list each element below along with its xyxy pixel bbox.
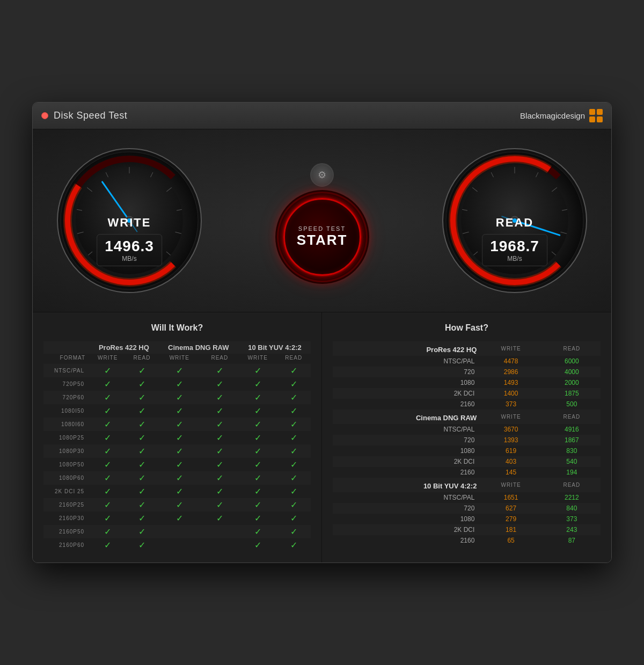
check-cell: ✓ — [126, 511, 158, 525]
check-cell: ✓ — [90, 525, 126, 538]
list-item: 2160 65 87 — [333, 535, 601, 546]
write-gauge-center: WRITE 1496.3 MB/s — [97, 216, 162, 266]
table-row: 2K DCI 25✓✓✓✓✓✓ — [43, 485, 311, 498]
check-cell: ✓ — [201, 498, 239, 511]
write-value: 1496.3 — [105, 238, 154, 255]
check-cell: ✓ — [239, 391, 277, 404]
check-icon: ✓ — [216, 460, 223, 469]
read-value: 540 — [543, 456, 601, 467]
col-yuv: 10 Bit YUV 4:2:2 — [239, 341, 311, 354]
write-value: 181 — [479, 524, 543, 535]
title-bar: Disk Speed Test Blackmagicdesign — [33, 103, 611, 129]
table-row: 1080i60✓✓✓✓✓✓ — [43, 418, 311, 431]
check-cell: ✓ — [158, 431, 201, 444]
check-cell: ✓ — [158, 458, 201, 471]
brand-logo: Blackmagicdesign — [520, 109, 603, 122]
check-cell: ✓ — [239, 471, 277, 485]
check-cell: ✓ — [126, 471, 158, 485]
list-item: 1080 279 373 — [333, 514, 601, 524]
check-icon: ✓ — [290, 487, 297, 496]
check-cell: ✓ — [158, 444, 201, 458]
check-cell: ✓ — [239, 458, 277, 471]
check-icon: ✓ — [138, 540, 145, 550]
format-cell: 2160p30 — [43, 511, 90, 525]
check-icon: ✓ — [290, 514, 297, 523]
check-icon: ✓ — [138, 406, 145, 415]
check-cell: ✓ — [239, 404, 277, 418]
read-value: 4916 — [543, 424, 601, 435]
check-cell: ✓ — [239, 431, 277, 444]
check-icon: ✓ — [290, 406, 297, 415]
check-icon: ✓ — [254, 473, 261, 483]
table-row: 2160p50✓✓✓✓ — [43, 525, 311, 538]
read-value: 1867 — [543, 435, 601, 445]
write-value: 2986 — [479, 367, 543, 377]
check-icon: ✓ — [176, 379, 183, 389]
read-col-header: READ — [543, 478, 601, 492]
write-label: WRITE — [97, 216, 162, 230]
read-value: 4000 — [543, 367, 601, 377]
check-icon: ✓ — [176, 460, 183, 469]
write-value: 279 — [479, 514, 543, 524]
check-icon: ✓ — [138, 473, 145, 483]
close-button[interactable] — [41, 112, 48, 119]
check-cell: ✓ — [126, 377, 158, 391]
check-icon: ✓ — [254, 540, 261, 550]
check-icon: ✓ — [290, 527, 297, 536]
write-value: 403 — [479, 456, 543, 467]
check-icon: ✓ — [254, 527, 261, 536]
format-cell: 720p50 — [43, 377, 90, 391]
check-cell: ✓ — [277, 377, 311, 391]
check-icon: ✓ — [138, 447, 145, 456]
check-cell: ✓ — [201, 418, 239, 431]
will-it-work-title: Will It Work? — [43, 323, 311, 333]
check-cell: ✓ — [201, 511, 239, 525]
check-cell: ✓ — [90, 364, 126, 377]
list-item: 720 2986 4000 — [333, 367, 601, 377]
table-row: 2160p25✓✓✓✓✓✓ — [43, 498, 311, 511]
will-it-work-panel: Will It Work? ProRes 422 HQ Cinema DNG R… — [33, 312, 322, 562]
check-icon: ✓ — [104, 473, 111, 483]
read-col-header: READ — [543, 341, 601, 356]
format-cell: 1080p50 — [43, 458, 90, 471]
list-item: NTSC/PAL 1651 2212 — [333, 492, 601, 503]
check-icon: ✓ — [176, 473, 183, 483]
start-button[interactable]: SPEED TEST START — [281, 195, 364, 279]
check-icon: ✓ — [138, 379, 145, 389]
read-value: 500 — [543, 399, 601, 410]
check-cell: ✓ — [239, 444, 277, 458]
row-label: 1080 — [333, 514, 479, 524]
brand-icon-cell-4 — [597, 116, 603, 122]
settings-button[interactable]: ⚙ — [310, 163, 334, 187]
write-value: 619 — [479, 445, 543, 456]
check-cell: ✓ — [126, 458, 158, 471]
table-row: 2160p60✓✓✓✓ — [43, 538, 311, 552]
section-name: Cinema DNG RAW — [333, 410, 479, 424]
row-label: NTSC/PAL — [333, 424, 479, 435]
check-icon: ✓ — [216, 406, 223, 415]
check-icon: ✓ — [104, 527, 111, 536]
check-icon: ✓ — [138, 460, 145, 469]
check-icon: ✓ — [138, 420, 145, 429]
list-item: 1080 1493 2000 — [333, 377, 601, 388]
check-cell: ✓ — [158, 498, 201, 511]
check-icon: ✓ — [216, 447, 223, 456]
start-button-label: SPEED TEST — [298, 225, 346, 232]
row-label: 2K DCI — [333, 388, 479, 399]
check-cell: ✓ — [90, 391, 126, 404]
check-cell: ✓ — [90, 498, 126, 511]
check-cell: ✓ — [201, 377, 239, 391]
check-cell: ✓ — [277, 458, 311, 471]
check-icon: ✓ — [216, 379, 223, 389]
check-cell: ✓ — [239, 377, 277, 391]
check-cell: ✓ — [277, 404, 311, 418]
list-item: NTSC/PAL 3670 4916 — [333, 424, 601, 435]
check-icon: ✓ — [254, 406, 261, 415]
write-value-box: 1496.3 MB/s — [97, 234, 162, 266]
table-row: 1080p60✓✓✓✓✓✓ — [43, 471, 311, 485]
read-gauge-center: READ 1968.7 MB/s — [482, 216, 547, 266]
check-icon: ✓ — [176, 447, 183, 456]
write-value: 1493 — [479, 377, 543, 388]
check-cell: ✓ — [239, 498, 277, 511]
brand-icon-cell-3 — [589, 116, 595, 122]
